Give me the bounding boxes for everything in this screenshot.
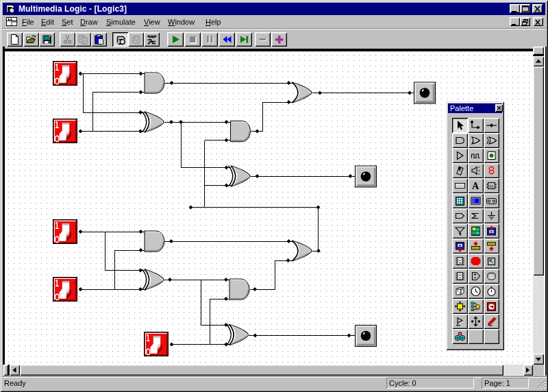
svg-text:A: A (472, 181, 480, 191)
svg-text:01: 01 (458, 276, 462, 280)
svg-text:34: 34 (458, 261, 462, 265)
svg-text:01: 01 (489, 184, 494, 188)
